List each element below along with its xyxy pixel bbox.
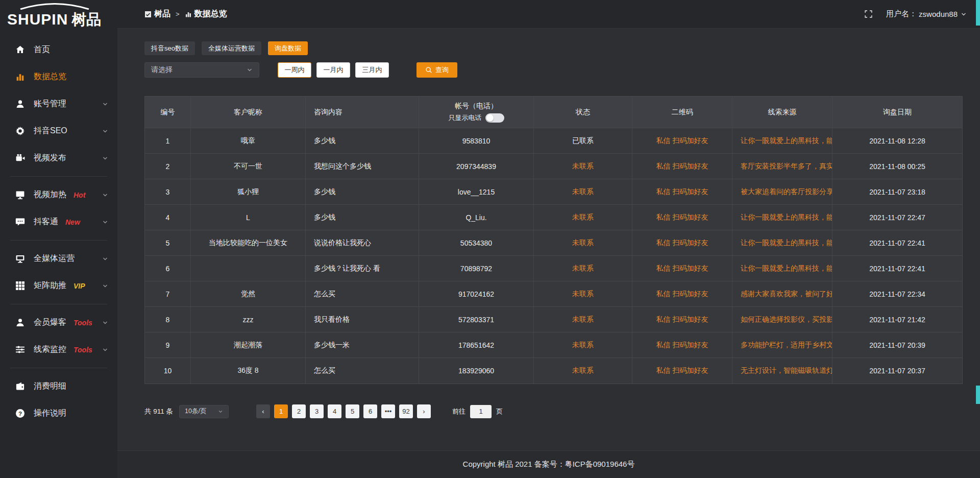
column-header-content: 咨询内容 [306,97,419,128]
next-page-button[interactable]: › [417,404,431,418]
sidebar-item-douketong[interactable]: 抖客通New [0,208,117,235]
page-button-2[interactable]: 2 [292,404,306,418]
user-icon [15,99,25,109]
sidebar-item-label: 会员爆客 [34,317,66,328]
sidebar-item-account-manage[interactable]: 账号管理 [0,90,117,117]
tab-douyin-seo-data[interactable]: 抖音seo数据 [144,41,195,55]
table-row: 9潮起潮落多少钱一米178651642未联系私信 扫码加好友多功能护栏灯，适用于… [145,332,962,358]
page-button-92[interactable]: 92 [399,404,413,418]
sidebar-item-data-overview[interactable]: 数据总览 [0,63,117,90]
range-button-month[interactable]: 一月内 [316,62,350,78]
user-menu[interactable]: 用户名： zswodun88 [886,9,967,19]
cell-qrcode[interactable]: 私信 扫码加好友 [632,128,732,153]
cell-date: 2021-11-08 12:28 [832,128,962,153]
cell-account: 50534380 [419,230,534,255]
data-tabs: 抖音seo数据全媒体运营数据询盘数据 [144,41,963,55]
sidebar-item-clue-monitor[interactable]: 线索监控Tools [0,336,117,363]
scrollbar-thumb[interactable] [976,386,980,404]
column-header-qrcode: 二维码 [632,97,732,128]
logo-arc [16,3,93,10]
cell-content: 多少钱 [306,128,419,153]
breadcrumb-root[interactable]: 树品 [154,9,170,19]
goto-page-input[interactable] [470,405,492,418]
cell-source[interactable]: 让你一眼就爱上的黑科技，能... [732,128,832,153]
page-button-5[interactable]: 5 [346,404,359,418]
cell-nickname: 当地比较能吃的一位美女 [191,230,306,255]
badge-vip: VIP [74,282,85,290]
fullscreen-icon[interactable] [864,10,873,18]
sidebar-item-video-heat[interactable]: 视频加热Hot [0,181,117,208]
column-header-account: 帐号（电话）只显示电话 [419,97,534,128]
cell-qrcode[interactable]: 私信 扫码加好友 [632,230,732,255]
sidebar-divider [10,304,107,304]
cell-source[interactable]: 被大家追着问的客厅投影分享... [732,179,832,204]
sidebar-item-douyin-seo[interactable]: 抖音SEO [0,117,117,145]
table-row: 8zzz我只看价格572803371未联系私信 扫码加好友如何正确选择投影仪，买… [145,307,962,332]
range-button-quarter[interactable]: 三月内 [355,62,389,78]
cell-id: 9 [145,332,191,357]
sidebar-nav: 首页数据总览账号管理抖音SEO视频发布视频加热Hot抖客通New全媒体运营矩阵助… [0,36,117,427]
scrollbar-thumb[interactable] [976,0,980,26]
sidebar-item-home[interactable]: 首页 [0,36,117,63]
page-ellipsis-button[interactable]: ••• [381,404,395,418]
cell-source[interactable]: 让你一眼就爱上的黑科技，能... [732,256,832,281]
cell-qrcode[interactable]: 私信 扫码加好友 [632,179,732,204]
page-button-6[interactable]: 6 [363,404,377,418]
cell-qrcode[interactable]: 私信 扫码加好友 [632,307,732,332]
cell-source[interactable]: 让你一眼就爱上的黑科技，能... [732,230,832,255]
sidebar-item-consume-detail[interactable]: 消费明细 [0,373,117,400]
cell-source[interactable]: 如何正确选择投影仪，买投影... [732,307,832,332]
question-icon: ? [15,409,25,418]
cell-source[interactable]: 无主灯设计，智能磁吸轨道灯... [732,358,832,384]
home-icon [15,45,25,55]
page-buttons: 123456•••92 [274,404,413,418]
cell-source[interactable]: 感谢大家喜欢我家，被问了好... [732,281,832,306]
cell-qrcode[interactable]: 私信 扫码加好友 [632,154,732,179]
page-button-4[interactable]: 4 [328,404,341,418]
table-row: 1哦章多少钱9583810已联系私信 扫码加好友让你一眼就爱上的黑科技，能...… [145,128,962,154]
page-size-select[interactable]: 10条/页 [179,405,229,418]
cell-qrcode[interactable]: 私信 扫码加好友 [632,205,732,230]
sidebar-item-member-burst[interactable]: 会员爆客Tools [0,309,117,336]
sidebar-item-label: 矩阵助推 [34,280,66,291]
svg-text:?: ? [18,410,22,417]
sidebar-item-video-publish[interactable]: 视频发布 [0,145,117,172]
page-button-1[interactable]: 1 [274,404,288,418]
search-button[interactable]: 查询 [416,62,457,78]
cell-qrcode[interactable]: 私信 扫码加好友 [632,332,732,357]
cell-source[interactable]: 客厅安装投影半年多了，真实... [732,154,832,179]
screen-icon [15,254,25,264]
cell-content: 多少钱 [306,179,419,204]
sidebar-item-media-operation[interactable]: 全媒体运营 [0,245,117,272]
cell-account: 572803371 [419,307,534,332]
sidebar-item-label: 抖音SEO [34,126,67,136]
logo[interactable]: SHUPIN 树品 [0,0,117,31]
cell-nickname: 觉然 [191,281,306,306]
sidebar-item-matrix-boost[interactable]: 矩阵助推VIP [0,272,117,299]
sidebar-item-label: 数据总览 [34,71,66,82]
badge-tools: Tools [74,346,92,354]
sidebar-item-help[interactable]: ?操作说明 [0,400,117,427]
filter-select[interactable]: 请选择 [144,62,259,78]
cell-source[interactable]: 让你一眼就爱上的黑科技，能... [732,205,832,230]
pagination: 共 911 条 10条/页 ‹ 123456•••92 › 前往 页 [144,404,963,418]
chevron-down-icon [961,11,967,17]
inquiry-table: 编号客户昵称咨询内容帐号（电话）只显示电话状态二维码线索来源询盘日期1哦章多少钱… [144,96,963,384]
username-label: 用户名： [886,9,917,19]
tab-media-ops-data[interactable]: 全媒体运营数据 [202,41,261,55]
cell-qrcode[interactable]: 私信 扫码加好友 [632,256,732,281]
cell-qrcode[interactable]: 私信 扫码加好友 [632,281,732,306]
cell-source[interactable]: 多功能护栏灯，适用于乡村文... [732,332,832,357]
cell-date: 2021-11-07 22:47 [832,205,962,230]
range-button-week[interactable]: 一周内 [278,62,311,78]
page-button-3[interactable]: 3 [310,404,324,418]
cell-qrcode[interactable]: 私信 扫码加好友 [632,358,732,384]
tab-inquiry-data[interactable]: 询盘数据 [268,41,308,55]
chevron-down-icon [102,155,108,161]
toggle-knob [486,114,494,122]
phone-only-toggle[interactable] [485,113,504,123]
prev-page-button[interactable]: ‹ [256,404,270,418]
table-row: 2不可一世我想问这个多少钱2097344839未联系私信 扫码加好友客厅安装投影… [145,154,962,179]
cell-id: 7 [145,281,191,306]
cell-status: 未联系 [534,230,632,255]
